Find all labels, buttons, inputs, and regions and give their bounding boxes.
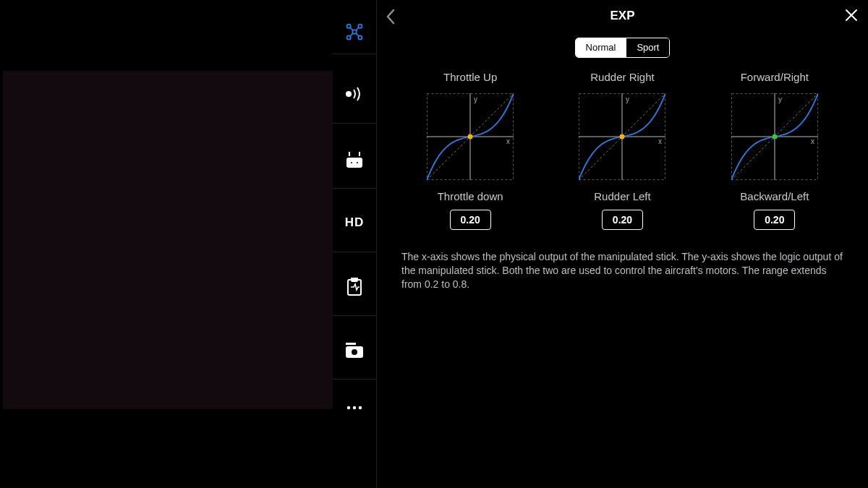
- settings-category-sidebar: HD: [333, 0, 376, 488]
- svg-text:y: y: [626, 95, 629, 103]
- svg-point-10: [356, 161, 359, 164]
- svg-text:x: x: [506, 137, 510, 145]
- curve-bottom-label: Throttle down: [409, 190, 532, 202]
- camera-viewport-pane: [0, 0, 333, 488]
- exp-value-input[interactable]: 0.20: [754, 210, 795, 230]
- svg-point-39: [772, 134, 777, 140]
- mode-sport-tab[interactable]: Sport: [626, 38, 669, 57]
- sidebar-item-battery[interactable]: [333, 278, 376, 296]
- svg-text:y: y: [778, 95, 782, 103]
- exp-value-input[interactable]: 0.20: [602, 210, 643, 230]
- sidebar-item-aircraft[interactable]: [333, 22, 376, 42]
- sidebar-item-camera[interactable]: [333, 343, 376, 359]
- curve-top-label: Rudder Right: [561, 71, 684, 83]
- mode-segmented-control: Normal Sport: [575, 38, 671, 58]
- exp-curve-0: Throttle Up y x Throttle down 0.20: [409, 71, 532, 230]
- svg-point-15: [352, 349, 357, 355]
- sidebar-item-hd[interactable]: HD: [333, 215, 376, 230]
- camera-viewport: [3, 71, 333, 409]
- hd-icon: HD: [345, 215, 365, 229]
- signal-icon: [345, 87, 364, 101]
- svg-point-25: [468, 134, 473, 140]
- exp-curve-graph[interactable]: y x: [427, 93, 514, 180]
- svg-point-32: [620, 134, 625, 140]
- exp-curve-2: Forward/Right y x Backward/Left 0.20: [713, 71, 836, 230]
- exp-description: The x-axis shows the physical output of …: [401, 250, 843, 291]
- exp-curve-1: Rudder Right y x Rudder Left 0.20: [561, 71, 684, 230]
- sidebar-item-signal[interactable]: [333, 87, 376, 101]
- exp-curve-graph[interactable]: y x: [731, 93, 818, 180]
- exp-curves-row: Throttle Up y x Throttle down 0.20 Rudde…: [394, 71, 851, 230]
- panel-header: EXP: [377, 0, 868, 32]
- close-button[interactable]: [845, 9, 858, 25]
- svg-point-18: [359, 406, 362, 409]
- curve-top-label: Throttle Up: [409, 71, 532, 83]
- panel-title: EXP: [377, 9, 868, 23]
- exp-value-input[interactable]: 0.20: [450, 210, 491, 230]
- sidebar-item-more[interactable]: [333, 405, 376, 411]
- remote-controller-icon: [345, 152, 364, 169]
- svg-text:x: x: [658, 137, 662, 145]
- svg-point-17: [353, 406, 356, 409]
- sidebar-item-controller[interactable]: [333, 152, 376, 169]
- svg-rect-4: [352, 30, 356, 33]
- exp-curve-graph[interactable]: y x: [579, 93, 665, 180]
- close-icon: [845, 9, 858, 22]
- svg-point-9: [350, 161, 353, 164]
- clipboard-icon: [346, 278, 362, 296]
- curve-bottom-label: Rudder Left: [561, 190, 684, 202]
- curve-bottom-label: Backward/Left: [713, 190, 836, 202]
- svg-rect-12: [352, 278, 357, 281]
- exp-settings-panel: EXP Normal Sport Throttle Up y x Throttl…: [376, 0, 868, 488]
- camera-icon: [345, 343, 364, 359]
- svg-rect-13: [346, 343, 356, 345]
- more-icon: [346, 405, 363, 411]
- svg-rect-8: [346, 158, 362, 168]
- svg-point-16: [347, 406, 350, 409]
- svg-text:y: y: [474, 95, 477, 103]
- svg-text:x: x: [811, 137, 814, 145]
- svg-point-5: [346, 91, 352, 97]
- drone-icon: [344, 22, 365, 42]
- mode-normal-tab[interactable]: Normal: [576, 38, 626, 57]
- curve-top-label: Forward/Right: [713, 71, 836, 83]
